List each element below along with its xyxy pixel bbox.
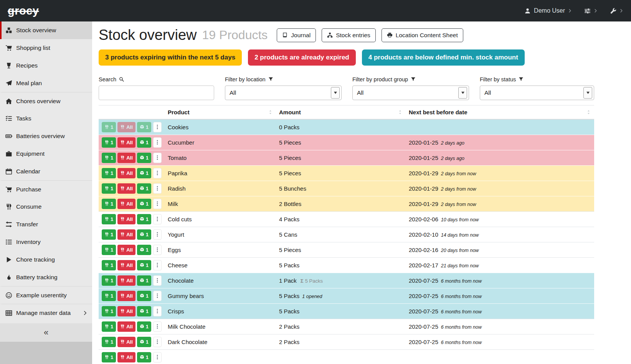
filter-filter-by-status: Filter by statusAll (480, 76, 594, 100)
admin-menu[interactable] (610, 8, 623, 14)
consume-one-button[interactable]: 1 (102, 352, 116, 362)
banner-warning[interactable]: 3 products expiring within the next 5 da… (99, 49, 242, 66)
open-one-button[interactable]: 1 (137, 168, 151, 178)
row-menu-button[interactable] (153, 275, 162, 286)
row-menu-button[interactable] (153, 352, 162, 362)
consume-one-button[interactable]: 1 (102, 337, 116, 347)
row-menu-button[interactable] (153, 337, 162, 347)
open-one-button[interactable]: 1 (137, 306, 151, 316)
consume-one-button[interactable]: 1 (102, 229, 116, 240)
consume-one-button[interactable]: 1 (102, 137, 116, 148)
filter-by-product-group-select[interactable]: All (352, 86, 469, 100)
banner-danger[interactable]: 2 products are already expired (248, 49, 356, 66)
open-one-button[interactable]: 1 (137, 291, 151, 301)
consume-all-button[interactable]: All (117, 168, 135, 178)
consume-all-button[interactable]: All (117, 245, 135, 255)
sidebar-collapse-button[interactable]: « (0, 323, 92, 342)
row-menu-button[interactable] (153, 199, 162, 209)
settings-menu[interactable] (584, 8, 598, 14)
consume-all-button[interactable]: All (117, 291, 135, 301)
sidebar-item-battery-tracking[interactable]: Battery tracking (0, 268, 92, 286)
column-next-best-before-date[interactable]: Next best before date (406, 105, 594, 119)
consume-one-button[interactable]: 1 (102, 245, 116, 255)
sidebar-item-batteries-overview[interactable]: Batteries overview (0, 127, 92, 145)
sidebar-item-chores-overview[interactable]: Chores overview (0, 92, 92, 110)
consume-one-button[interactable]: 1 (102, 153, 116, 163)
filter-by-location-select[interactable]: All (225, 86, 342, 100)
consume-all-button[interactable]: All (117, 260, 135, 270)
consume-all-button[interactable]: All (117, 153, 135, 163)
open-one-button[interactable]: 1 (137, 275, 151, 286)
open-one-button[interactable]: 1 (137, 137, 151, 148)
sidebar-item-calendar[interactable]: Calendar (0, 163, 92, 180)
consume-all-button[interactable]: All (117, 199, 135, 209)
open-one-button[interactable]: 1 (137, 337, 151, 347)
banner-info[interactable]: 4 products are below defined min. stock … (362, 49, 525, 66)
journal-button[interactable]: Journal (277, 28, 316, 42)
open-one-button[interactable]: 1 (137, 183, 151, 194)
open-one-button[interactable]: 1 (137, 245, 151, 255)
column-amount[interactable]: Amount (276, 105, 406, 119)
row-menu-button[interactable] (153, 137, 162, 148)
sidebar-item-shopping-list[interactable]: Shopping list (0, 39, 92, 57)
sidebar-item-recipes[interactable]: Recipes (0, 57, 92, 74)
consume-all-button[interactable]: All (117, 275, 135, 286)
row-menu-button[interactable] (153, 245, 162, 255)
sidebar-item-example-userentity[interactable]: Example userentity (0, 286, 92, 304)
row-menu-button[interactable] (153, 306, 162, 316)
open-one-button[interactable]: 1 (137, 153, 151, 163)
stock-entries-button[interactable]: Stock entries (322, 28, 376, 42)
consume-all-button[interactable]: All (117, 137, 135, 148)
search-input[interactable] (99, 86, 214, 100)
row-menu-button[interactable] (153, 229, 162, 240)
consume-one-button[interactable]: 1 (102, 321, 116, 332)
open-one-button[interactable]: 1 (137, 199, 151, 209)
sidebar-item-chore-tracking[interactable]: Chore tracking (0, 251, 92, 268)
consume-all-button[interactable]: All (117, 337, 135, 347)
open-one-button[interactable]: 1 (137, 214, 151, 224)
row-menu-button[interactable] (153, 168, 162, 178)
consume-one-button[interactable]: 1 (102, 260, 116, 270)
sidebar-item-stock-overview[interactable]: Stock overview (0, 21, 92, 39)
consume-one-button[interactable]: 1 (102, 199, 116, 209)
row-menu-button[interactable] (153, 153, 162, 163)
row-menu-button[interactable] (153, 321, 162, 332)
sidebar-item-consume[interactable]: Consume (0, 198, 92, 216)
consume-all-button[interactable]: All (117, 122, 135, 132)
consume-one-button[interactable]: 1 (102, 122, 116, 132)
sidebar-item-equipment[interactable]: Equipment (0, 145, 92, 163)
consume-all-button[interactable]: All (117, 306, 135, 316)
consume-one-button[interactable]: 1 (102, 214, 116, 224)
consume-all-button[interactable]: All (117, 321, 135, 332)
consume-one-button[interactable]: 1 (102, 275, 116, 286)
user-menu[interactable]: Demo User (524, 7, 572, 14)
open-one-button[interactable]: 1 (137, 260, 151, 270)
sidebar-item-tasks[interactable]: Tasks (0, 110, 92, 127)
row-menu-button[interactable] (153, 260, 162, 270)
sidebar-item-inventory[interactable]: Inventory (0, 233, 92, 251)
sidebar-item-purchase[interactable]: Purchase (0, 180, 92, 198)
open-one-button[interactable]: 1 (137, 321, 151, 332)
sidebar-item-manage-master-data[interactable]: Manage master data (0, 304, 92, 321)
filter-by-status-select[interactable]: All (480, 86, 594, 100)
consume-one-button[interactable]: 1 (102, 306, 116, 316)
row-menu-button[interactable] (153, 291, 162, 301)
open-one-button[interactable]: 1 (137, 352, 151, 362)
row-menu-button[interactable] (153, 214, 162, 224)
consume-all-button[interactable]: All (117, 229, 135, 240)
location-content-sheet-button[interactable]: Location Content Sheet (382, 28, 463, 42)
consume-all-button[interactable]: All (117, 214, 135, 224)
consume-one-button[interactable]: 1 (102, 291, 116, 301)
consume-one-button[interactable]: 1 (102, 183, 116, 194)
row-menu-button[interactable] (153, 183, 162, 194)
column-product[interactable]: Product (165, 105, 276, 119)
consume-all-button[interactable]: All (117, 183, 135, 194)
sidebar-item-transfer[interactable]: Transfer (0, 216, 92, 233)
consume-all-button[interactable]: All (117, 352, 135, 362)
grocy-logo[interactable]: grocy (8, 5, 39, 17)
sidebar-item-meal-plan[interactable]: Meal plan (0, 74, 92, 92)
consume-one-button[interactable]: 1 (102, 168, 116, 178)
open-one-button[interactable]: 1 (137, 229, 151, 240)
row-menu-button[interactable] (153, 122, 162, 132)
open-one-button[interactable]: 1 (137, 122, 151, 132)
